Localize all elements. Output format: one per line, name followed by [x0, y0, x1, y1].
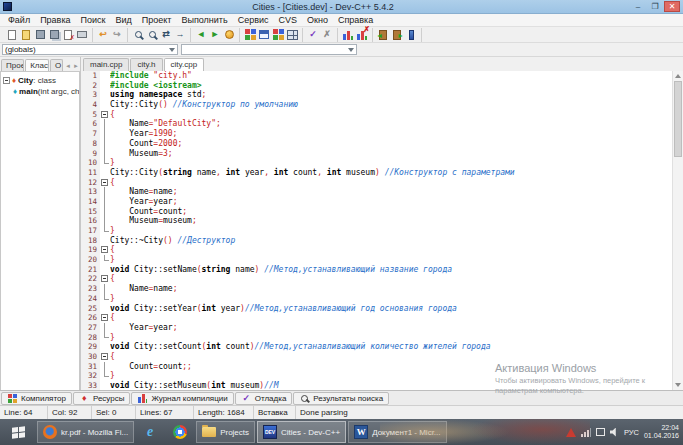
fold-toggle[interactable]: [100, 274, 110, 284]
line-number[interactable]: 23: [81, 284, 100, 294]
fold-toggle[interactable]: [100, 313, 110, 323]
rebuild-icon[interactable]: [285, 28, 299, 41]
menu-Файл[interactable]: Файл: [3, 15, 35, 25]
warning-icon[interactable]: [566, 428, 576, 437]
members-combobox[interactable]: [181, 44, 357, 55]
clock[interactable]: 22:04 01.04.2016: [644, 424, 679, 440]
editor-tab-main.cpp[interactable]: main.cpp: [83, 58, 129, 71]
line-number[interactable]: 16: [81, 216, 100, 226]
collapse-icon[interactable]: [101, 246, 108, 253]
close-file-icon[interactable]: [61, 28, 75, 41]
line-number[interactable]: 3: [81, 90, 100, 100]
output-tab-compile-log[interactable]: Журнал компиляции: [131, 392, 233, 405]
profile-icon[interactable]: [341, 28, 355, 41]
line-number[interactable]: 20: [81, 255, 100, 265]
line-number[interactable]: 6: [81, 119, 100, 129]
line-number[interactable]: 11: [81, 168, 100, 178]
goto-line-icon[interactable]: →: [173, 28, 187, 41]
new-file-icon[interactable]: [5, 28, 19, 41]
line-number[interactable]: 28: [81, 333, 100, 343]
delete-profile-icon[interactable]: [355, 28, 369, 41]
export-icon[interactable]: [390, 28, 404, 41]
import-icon[interactable]: [376, 28, 390, 41]
window-list-icon[interactable]: [404, 28, 418, 41]
globals-combobox[interactable]: (globals): [2, 44, 178, 55]
output-tab-debug[interactable]: ✓Отладка: [235, 392, 293, 405]
fold-toggle[interactable]: [100, 178, 110, 188]
redo-icon[interactable]: ↪: [110, 28, 124, 41]
line-number[interactable]: 8: [81, 139, 100, 149]
taskbar-button-chrome[interactable]: [166, 421, 194, 443]
start-button[interactable]: [0, 419, 36, 445]
editor-tab-city.cpp[interactable]: city.cpp: [164, 58, 205, 71]
line-number[interactable]: 12: [81, 178, 100, 188]
scroll-left-icon[interactable]: ◄: [64, 61, 72, 71]
scrollbar-thumb[interactable]: [674, 81, 682, 157]
line-number[interactable]: 32: [81, 371, 100, 381]
collapse-icon[interactable]: [101, 353, 108, 360]
line-number[interactable]: 10: [81, 158, 100, 168]
line-number[interactable]: 31: [81, 362, 100, 372]
line-number[interactable]: 24: [81, 294, 100, 304]
output-tab-compiler[interactable]: Компилятор: [1, 392, 72, 405]
scroll-down-arrow-icon[interactable]: [673, 380, 683, 390]
tree-item-City[interactable]: ♦City : class: [3, 75, 77, 86]
menu-Поиск[interactable]: Поиск: [76, 15, 111, 25]
line-number[interactable]: 30: [81, 352, 100, 362]
line-number[interactable]: 21: [81, 265, 100, 275]
class-tree[interactable]: ♦City : class♦main(int argc, char**: [0, 71, 80, 390]
find-icon[interactable]: [131, 28, 145, 41]
line-number[interactable]: 7: [81, 129, 100, 139]
line-number[interactable]: 9: [81, 149, 100, 159]
menu-Выполнить[interactable]: Выполнить: [176, 15, 232, 25]
line-number[interactable]: 33: [81, 381, 100, 390]
output-tab-resources[interactable]: ♦Ресурсы: [73, 392, 131, 405]
menu-Сервис[interactable]: Сервис: [233, 15, 274, 25]
menu-CVS[interactable]: CVS: [274, 15, 303, 25]
taskbar-button-dev[interactable]: DEVCities - Dev-C++: [257, 421, 346, 443]
find-in-files-icon[interactable]: [145, 28, 159, 41]
code-editor[interactable]: 1#include "city.h"2#include <iostream>3u…: [81, 71, 672, 390]
editor-tab-city.h[interactable]: city.h: [130, 58, 162, 71]
close-button[interactable]: ✕: [664, 1, 680, 12]
line-number[interactable]: 2: [81, 81, 100, 91]
menu-Проект[interactable]: Проект: [137, 15, 177, 25]
line-number[interactable]: 5: [81, 110, 100, 120]
print-icon[interactable]: [75, 28, 89, 41]
menu-Правка[interactable]: Правка: [35, 15, 75, 25]
fold-toggle[interactable]: [100, 110, 110, 120]
scroll-right-icon[interactable]: ►: [72, 61, 80, 71]
tree-item-main[interactable]: ♦main(int argc, char**: [3, 86, 77, 97]
taskbar-button-folder[interactable]: Projects: [196, 421, 255, 443]
minimize-button[interactable]: –: [630, 1, 646, 12]
scroll-up-arrow-icon[interactable]: [673, 71, 683, 81]
taskbar-button-firefox[interactable]: kr.pdf - Mozilla Fi...: [37, 421, 134, 443]
run-icon[interactable]: [257, 28, 271, 41]
collapse-icon[interactable]: [101, 111, 108, 118]
line-number[interactable]: 18: [81, 236, 100, 246]
output-tab-search-results[interactable]: Результаты поиска: [293, 392, 389, 405]
display-icon[interactable]: [596, 428, 605, 436]
collapse-icon[interactable]: [101, 179, 108, 186]
explorer-tab-О[interactable]: О: [50, 59, 63, 71]
line-number[interactable]: 27: [81, 323, 100, 333]
fold-toggle[interactable]: [100, 245, 110, 255]
editor-scrollbar[interactable]: [672, 71, 683, 390]
collapse-icon[interactable]: [101, 314, 108, 321]
menu-Вид[interactable]: Вид: [111, 15, 137, 25]
line-number[interactable]: 19: [81, 245, 100, 255]
run-all-icon[interactable]: [222, 28, 236, 41]
line-number[interactable]: 29: [81, 342, 100, 352]
menu-Справка[interactable]: Справка: [333, 15, 378, 25]
line-number[interactable]: 25: [81, 304, 100, 314]
nav-forward-icon[interactable]: ►: [208, 28, 222, 41]
explorer-tab-Проект[interactable]: Проект: [1, 59, 24, 71]
line-number[interactable]: 17: [81, 226, 100, 236]
collapse-icon[interactable]: [3, 77, 10, 84]
nav-back-icon[interactable]: ◄: [194, 28, 208, 41]
line-number[interactable]: 14: [81, 197, 100, 207]
line-number[interactable]: 26: [81, 313, 100, 323]
collapse-icon[interactable]: [101, 275, 108, 282]
open-file-icon[interactable]: [19, 28, 33, 41]
abort-icon[interactable]: ✗: [320, 28, 334, 41]
